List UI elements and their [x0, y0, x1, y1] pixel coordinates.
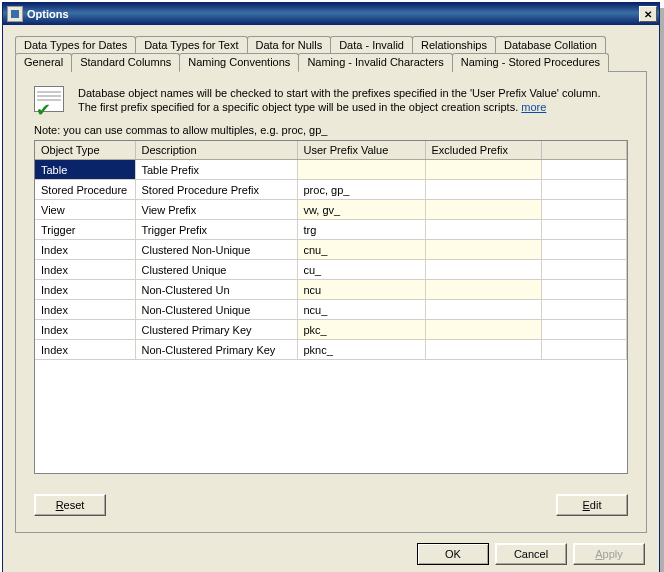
cell-user-prefix[interactable]: vw, gv_	[297, 200, 425, 220]
window-title: Options	[27, 8, 639, 20]
options-window: Options ✕ Data Types for DatesData Types…	[2, 2, 660, 572]
cell-excluded-prefix[interactable]	[425, 280, 541, 300]
close-icon: ✕	[644, 9, 652, 20]
tab-naming-invalid-characters[interactable]: Naming - Invalid Characters	[298, 53, 452, 72]
cell-excluded-prefix[interactable]	[425, 260, 541, 280]
cell-description: Clustered Non-Unique	[135, 240, 297, 260]
tab-standard-columns[interactable]: Standard Columns	[71, 53, 180, 72]
tab-general[interactable]: General	[15, 53, 72, 72]
cell-object-type[interactable]: Index	[35, 300, 135, 320]
cell-object-type[interactable]: Index	[35, 340, 135, 360]
cell-object-type[interactable]: Stored Procedure	[35, 180, 135, 200]
cell-excluded-prefix[interactable]	[425, 200, 541, 220]
cell-spacer	[541, 200, 627, 220]
info-line2: The first prefix specified for a specifi…	[78, 101, 518, 113]
apply-rest: pply	[603, 548, 623, 560]
tab-data-types-for-dates[interactable]: Data Types for Dates	[15, 36, 136, 54]
tab-data-types-for-text[interactable]: Data Types for Text	[135, 36, 247, 54]
ok-button[interactable]: OK	[417, 543, 489, 565]
table-row[interactable]: ViewView Prefixvw, gv_	[35, 200, 627, 220]
app-icon	[7, 6, 23, 22]
tab-naming-stored-procedures[interactable]: Naming - Stored Procedures	[452, 53, 609, 72]
table-row[interactable]: IndexNon-Clustered Unncu	[35, 280, 627, 300]
cell-excluded-prefix[interactable]	[425, 240, 541, 260]
cancel-button[interactable]: Cancel	[495, 543, 567, 565]
prefix-grid[interactable]: Object TypeDescriptionUser Prefix ValueE…	[34, 140, 628, 474]
info-line1: Database object names will be checked to…	[78, 87, 600, 99]
cell-spacer	[541, 280, 627, 300]
more-link[interactable]: more	[521, 101, 546, 113]
cell-excluded-prefix[interactable]	[425, 180, 541, 200]
cell-spacer	[541, 240, 627, 260]
table-row[interactable]: IndexNon-Clustered Primary Keypknc_	[35, 340, 627, 360]
cell-user-prefix[interactable]: pknc_	[297, 340, 425, 360]
cell-user-prefix[interactable]: proc, gp_	[297, 180, 425, 200]
cell-user-prefix[interactable]: cu_	[297, 260, 425, 280]
tab-database-collation[interactable]: Database Collation	[495, 36, 606, 54]
table-row[interactable]: IndexClustered Non-Uniquecnu_	[35, 240, 627, 260]
cell-spacer	[541, 300, 627, 320]
cell-user-prefix[interactable]: trg	[297, 220, 425, 240]
apply-button: Apply	[573, 543, 645, 565]
cell-excluded-prefix[interactable]	[425, 160, 541, 180]
cell-spacer	[541, 340, 627, 360]
cell-object-type[interactable]: Index	[35, 260, 135, 280]
cell-description: Non-Clustered Primary Key	[135, 340, 297, 360]
cell-description: Clustered Primary Key	[135, 320, 297, 340]
cell-object-type[interactable]: Table	[35, 160, 135, 180]
info-area: ✔ Database object names will be checked …	[34, 86, 628, 116]
cell-description: Trigger Prefix	[135, 220, 297, 240]
table-row[interactable]: IndexClustered Primary Keypkc_	[35, 320, 627, 340]
cell-user-prefix[interactable]: ncu_	[297, 300, 425, 320]
cell-object-type[interactable]: View	[35, 200, 135, 220]
reset-label-rest: eset	[64, 499, 85, 511]
checklist-icon: ✔	[34, 86, 68, 116]
note-text: Note: you can use commas to allow multip…	[34, 124, 628, 136]
tab-naming-conventions[interactable]: Naming Conventions	[179, 53, 299, 72]
cell-user-prefix[interactable]: pkc_	[297, 320, 425, 340]
apply-underline: A	[595, 548, 602, 560]
reset-button[interactable]: Reset	[34, 494, 106, 516]
close-button[interactable]: ✕	[639, 6, 657, 22]
column-header[interactable]: Object Type	[35, 141, 135, 160]
tab-relationships[interactable]: Relationships	[412, 36, 496, 54]
cell-spacer	[541, 160, 627, 180]
edit-label-rest: dit	[590, 499, 602, 511]
cell-excluded-prefix[interactable]	[425, 300, 541, 320]
table-row[interactable]: TriggerTrigger Prefixtrg	[35, 220, 627, 240]
titlebar: Options ✕	[3, 3, 659, 25]
cell-user-prefix[interactable]	[297, 160, 425, 180]
info-text: Database object names will be checked to…	[78, 86, 600, 114]
cell-excluded-prefix[interactable]	[425, 220, 541, 240]
column-header[interactable]: Excluded Prefix	[425, 141, 541, 160]
cell-spacer	[541, 180, 627, 200]
cell-excluded-prefix[interactable]	[425, 320, 541, 340]
cell-description: Stored Procedure Prefix	[135, 180, 297, 200]
table-row[interactable]: TableTable Prefix	[35, 160, 627, 180]
tab-data-for-nulls[interactable]: Data for Nulls	[247, 36, 332, 54]
cell-description: View Prefix	[135, 200, 297, 220]
table-row[interactable]: IndexNon-Clustered Uniquencu_	[35, 300, 627, 320]
cell-object-type[interactable]: Index	[35, 280, 135, 300]
cell-spacer	[541, 320, 627, 340]
column-header[interactable]	[541, 141, 627, 160]
tabstrip: Data Types for DatesData Types for TextD…	[15, 35, 647, 71]
cell-object-type[interactable]: Index	[35, 320, 135, 340]
cell-user-prefix[interactable]: ncu	[297, 280, 425, 300]
cell-description: Non-Clustered Un	[135, 280, 297, 300]
cell-excluded-prefix[interactable]	[425, 340, 541, 360]
table-row[interactable]: IndexClustered Uniquecu_	[35, 260, 627, 280]
cell-user-prefix[interactable]: cnu_	[297, 240, 425, 260]
cell-description: Table Prefix	[135, 160, 297, 180]
column-header[interactable]: Description	[135, 141, 297, 160]
tab-panel-naming-conventions: ✔ Database object names will be checked …	[15, 71, 647, 533]
cell-description: Non-Clustered Unique	[135, 300, 297, 320]
cell-object-type[interactable]: Index	[35, 240, 135, 260]
cell-object-type[interactable]: Trigger	[35, 220, 135, 240]
cell-spacer	[541, 220, 627, 240]
edit-button[interactable]: Edit	[556, 494, 628, 516]
tab-data-invalid[interactable]: Data - Invalid	[330, 36, 413, 54]
column-header[interactable]: User Prefix Value	[297, 141, 425, 160]
cell-description: Clustered Unique	[135, 260, 297, 280]
table-row[interactable]: Stored ProcedureStored Procedure Prefixp…	[35, 180, 627, 200]
